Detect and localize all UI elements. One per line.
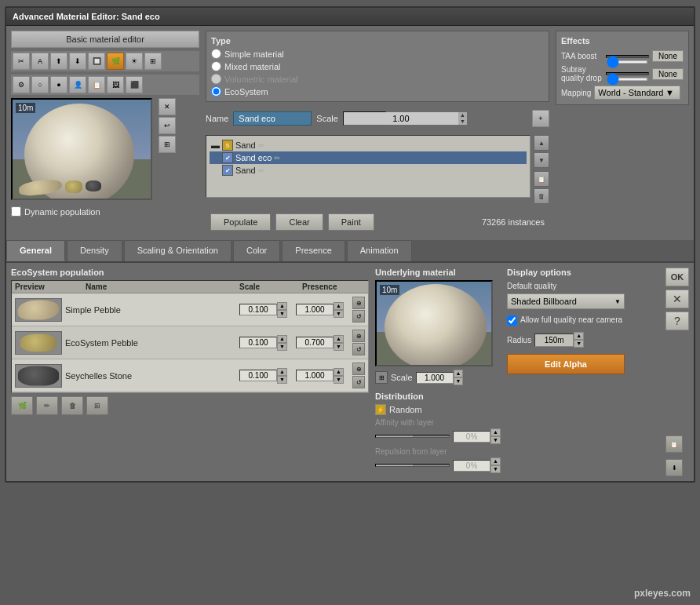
toolbar-btn-9[interactable]: ⚙ xyxy=(13,76,30,93)
eco-scale-up-0[interactable]: ▲ xyxy=(277,302,287,310)
underlying-scale-input[interactable] xyxy=(416,372,454,384)
eco-misc-btn[interactable]: ⊞ xyxy=(86,396,108,415)
eco-scale-input-2[interactable] xyxy=(239,370,277,381)
tree-item-sand-root[interactable]: ▬ S Sand ✏ xyxy=(210,139,527,151)
repulsion-input[interactable] xyxy=(453,460,490,472)
tab-scaling[interactable]: Scaling & Orientation xyxy=(124,240,232,261)
radio-ecosystem[interactable] xyxy=(211,86,221,97)
scale-up-arrow[interactable]: ▲ xyxy=(458,112,467,118)
tree-pencil-0[interactable]: ✏ xyxy=(258,141,264,150)
tab-general[interactable]: General xyxy=(6,240,65,261)
toolbar-btn-2[interactable]: A xyxy=(31,53,49,70)
toolbar-btn-13[interactable]: 📋 xyxy=(88,76,105,93)
toolbar-btn-11[interactable]: ● xyxy=(50,76,67,93)
scale-value-input[interactable] xyxy=(344,112,458,125)
scale-btn[interactable]: + xyxy=(532,110,549,127)
ok-button[interactable]: OK xyxy=(665,268,689,286)
eco-presence-up-1[interactable]: ▲ xyxy=(334,335,344,343)
eco-row-btn-bot-0[interactable]: ↺ xyxy=(352,310,365,323)
panel-misc-btn[interactable]: 📋 xyxy=(665,436,683,453)
radius-down[interactable]: ▼ xyxy=(574,340,584,348)
tab-density[interactable]: Density xyxy=(67,240,122,261)
edit-alpha-button[interactable]: Edit Alpha xyxy=(507,354,625,374)
subray-range[interactable] xyxy=(607,78,648,81)
repulsion-up[interactable]: ▲ xyxy=(490,457,501,465)
radio-simple[interactable] xyxy=(211,49,221,59)
radius-input[interactable] xyxy=(534,333,574,347)
type-ecosystem[interactable]: EcoSystem xyxy=(211,86,544,97)
tree-action-2[interactable]: 🗑 xyxy=(534,188,549,204)
eco-scale-down-2[interactable]: ▼ xyxy=(277,376,287,384)
eco-delete-btn[interactable]: 🗑 xyxy=(61,396,83,415)
panel-misc-btn2[interactable]: ⬇ xyxy=(665,459,683,476)
eco-presence-input-1[interactable] xyxy=(296,337,334,348)
tab-animation[interactable]: Animation xyxy=(347,240,412,261)
eco-scale-up-2[interactable]: ▲ xyxy=(277,368,287,376)
subray-slider[interactable] xyxy=(606,72,649,75)
dynamic-population-checkbox[interactable] xyxy=(11,206,21,217)
eco-presence-up-2[interactable]: ▲ xyxy=(334,368,344,376)
preview-ctrl-2[interactable]: ↩ xyxy=(159,117,176,134)
affinity-input[interactable] xyxy=(453,431,490,443)
underlying-scale-up[interactable]: ▲ xyxy=(454,370,464,377)
eco-add-btn[interactable]: 🌿 xyxy=(11,396,33,415)
repulsion-slider[interactable] xyxy=(375,464,450,467)
type-mixed[interactable]: Mixed material xyxy=(211,61,544,71)
eco-row-btn-bot-1[interactable]: ↺ xyxy=(352,343,365,355)
eco-scale-down-0[interactable]: ▼ xyxy=(277,310,287,318)
toolbar-btn-5[interactable]: 🔲 xyxy=(88,53,105,70)
type-volumetric[interactable]: Volumetric material xyxy=(211,74,544,84)
tree-scroll-up[interactable]: ▲ xyxy=(534,135,549,151)
toolbar-btn-6[interactable]: 🌿 xyxy=(107,53,124,70)
eco-scale-up-1[interactable]: ▲ xyxy=(277,335,287,343)
quality-dropdown[interactable]: Shaded Billboard ▼ xyxy=(507,293,625,309)
tree-pencil-2[interactable]: ✏ xyxy=(258,166,264,175)
eco-presence-down-2[interactable]: ▼ xyxy=(334,376,344,384)
toolbar-btn-4[interactable]: ⬇ xyxy=(69,53,86,70)
eco-presence-down-1[interactable]: ▼ xyxy=(334,343,344,351)
scale-down-arrow[interactable]: ▼ xyxy=(458,118,467,125)
toolbar-btn-15[interactable]: ⬛ xyxy=(126,76,143,93)
eco-scale-input-1[interactable] xyxy=(239,337,277,348)
eco-edit-btn[interactable]: ✏ xyxy=(36,396,58,415)
toolbar-btn-3[interactable]: ⬆ xyxy=(50,53,67,70)
tree-scroll-down[interactable]: ▼ xyxy=(534,152,549,168)
preview-ctrl-3[interactable]: ⊞ xyxy=(159,136,176,153)
eco-scale-input-0[interactable] xyxy=(239,304,277,315)
tree-action-1[interactable]: 📋 xyxy=(534,171,549,187)
radius-up[interactable]: ▲ xyxy=(574,332,584,340)
eco-row-btn-top-0[interactable]: ⊕ xyxy=(352,297,365,309)
tab-presence[interactable]: Presence xyxy=(282,240,345,261)
cancel-button[interactable]: ✕ xyxy=(665,290,689,308)
affinity-slider[interactable] xyxy=(375,435,450,438)
taa-slider[interactable] xyxy=(606,55,649,58)
basic-material-button[interactable]: Basic material editor xyxy=(11,31,199,48)
eco-scale-down-1[interactable]: ▼ xyxy=(277,343,287,351)
eco-row-btn-top-1[interactable]: ⊕ xyxy=(352,330,365,342)
taa-range[interactable] xyxy=(607,60,648,64)
toolbar-btn-14[interactable]: 🖼 xyxy=(107,76,124,93)
allow-quality-checkbox[interactable] xyxy=(507,315,517,326)
eco-row-btn-bot-2[interactable]: ↺ xyxy=(352,376,365,388)
help-button[interactable]: ? xyxy=(665,312,689,330)
eco-presence-input-0[interactable] xyxy=(296,304,334,315)
eco-presence-down-0[interactable]: ▼ xyxy=(334,310,344,318)
eco-presence-up-0[interactable]: ▲ xyxy=(334,302,344,310)
tree-item-sand[interactable]: ✔ Sand ✏ xyxy=(210,164,527,177)
toolbar-btn-12[interactable]: 👤 xyxy=(69,76,86,93)
eco-presence-input-2[interactable] xyxy=(296,370,334,381)
toolbar-btn-10[interactable]: ○ xyxy=(31,76,49,93)
repulsion-down[interactable]: ▼ xyxy=(490,465,501,473)
name-input[interactable]: Sand eco xyxy=(233,111,312,126)
populate-button[interactable]: Populate xyxy=(210,213,271,231)
underlying-scale-down[interactable]: ▼ xyxy=(454,377,464,385)
tab-color[interactable]: Color xyxy=(233,240,280,261)
affinity-down[interactable]: ▼ xyxy=(490,436,501,444)
toolbar-btn-8[interactable]: ⊞ xyxy=(144,53,162,70)
toolbar-btn-1[interactable]: ✂ xyxy=(13,53,30,70)
tree-pencil-1[interactable]: ✏ xyxy=(274,154,280,162)
tree-item-sand-eco[interactable]: ✔ Sand eco ✏ xyxy=(210,151,527,164)
clear-button[interactable]: Clear xyxy=(275,213,323,231)
paint-button[interactable]: Paint xyxy=(328,213,374,231)
affinity-up[interactable]: ▲ xyxy=(490,428,501,436)
